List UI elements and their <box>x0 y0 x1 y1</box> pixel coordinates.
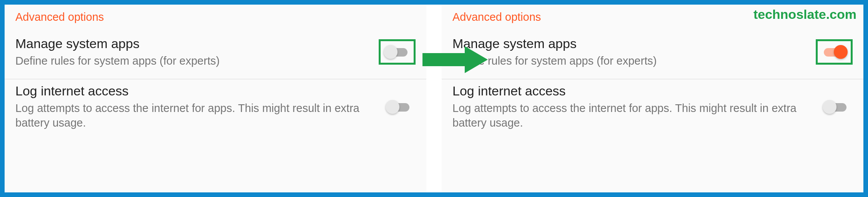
svg-marker-1 <box>465 46 488 73</box>
setting-title: Manage system apps <box>15 36 371 52</box>
setting-row-log-internet-access[interactable]: Log internet access Log attempts to acce… <box>5 79 426 141</box>
toggle-thumb <box>386 100 399 114</box>
setting-subtitle: Log attempts to access the internet for … <box>15 101 375 130</box>
svg-rect-0 <box>422 53 465 66</box>
toggle-thumb <box>834 45 848 59</box>
panel-left: Advanced options Manage system apps Defi… <box>5 5 426 192</box>
arrow-icon <box>422 46 488 73</box>
setting-text: Log internet access Log attempts to acce… <box>15 83 383 130</box>
setting-text: Manage system apps Define rules for syst… <box>15 36 379 68</box>
toggle-wrap <box>820 95 853 119</box>
section-header: Advanced options <box>5 5 426 32</box>
setting-title: Log internet access <box>452 83 812 99</box>
toggle-manage-system-apps[interactable] <box>821 43 848 60</box>
setting-title: Log internet access <box>15 83 375 99</box>
comparison-frame: Advanced options Manage system apps Defi… <box>0 0 868 197</box>
panel-gap <box>426 5 442 192</box>
toggle-log-internet-access[interactable] <box>823 98 850 115</box>
setting-text: Manage system apps Define rules for syst… <box>452 36 816 68</box>
toggle-highlight-box <box>816 39 853 65</box>
setting-text: Log internet access Log attempts to acce… <box>452 83 820 130</box>
toggle-manage-system-apps[interactable] <box>384 43 411 60</box>
toggle-log-internet-access[interactable] <box>386 98 412 115</box>
toggle-thumb <box>823 100 837 114</box>
watermark: technoslate.com <box>754 7 856 22</box>
setting-subtitle: Define rules for system apps (for expert… <box>15 54 371 68</box>
toggle-thumb <box>384 45 398 59</box>
toggle-highlight-box <box>379 39 416 65</box>
setting-subtitle: Log attempts to access the internet for … <box>452 101 812 130</box>
toggle-wrap <box>383 95 416 119</box>
setting-title: Manage system apps <box>452 36 808 52</box>
panel-right: Advanced options Manage system apps Defi… <box>442 5 863 192</box>
setting-row-manage-system-apps[interactable]: Manage system apps Define rules for syst… <box>442 32 863 79</box>
setting-subtitle: Define rules for system apps (for expert… <box>452 54 808 68</box>
setting-row-manage-system-apps[interactable]: Manage system apps Define rules for syst… <box>5 32 426 79</box>
setting-row-log-internet-access[interactable]: Log internet access Log attempts to acce… <box>442 79 863 141</box>
